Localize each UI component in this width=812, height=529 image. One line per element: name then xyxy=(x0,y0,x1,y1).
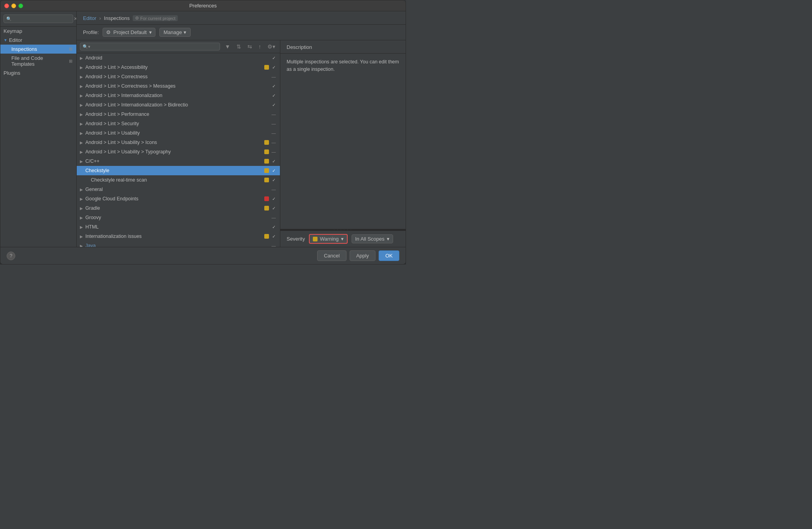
checkbox[interactable]: — xyxy=(271,243,277,247)
sidebar-item-editor[interactable]: ▼ Editor xyxy=(0,36,76,45)
table-row[interactable]: ▶ Android > Lint > Usability > Typograph… xyxy=(77,147,280,157)
inspection-list-panel: 🔍▾ ▼ ⇅ ⇆ ↑ ⚙▾ ▶ Android xyxy=(77,40,280,247)
inspection-label: Android > Lint > Usability > Typography xyxy=(85,149,264,155)
main-header: Editor › Inspections ⚙ For current proje… xyxy=(77,11,406,25)
table-row[interactable]: ▶ Google Cloud Endpoints ✓ xyxy=(77,194,280,203)
minimize-button[interactable] xyxy=(11,4,16,8)
table-row[interactable]: ▶ Android > Lint > Internationalization … xyxy=(77,91,280,100)
collapse-all-button[interactable]: ⇆ xyxy=(246,43,254,50)
inspection-label: Checkstyle real-time scan xyxy=(91,177,264,183)
sidebar-item-file-code-templates[interactable]: File and Code Templates ⊞ xyxy=(0,54,76,68)
settings-button[interactable]: ⚙▾ xyxy=(266,43,277,50)
table-row[interactable]: ▶ Groovy — xyxy=(77,213,280,222)
inspection-label: Groovy xyxy=(85,215,271,220)
table-row[interactable]: ▶ Android > Lint > Usability > Icons — xyxy=(77,138,280,147)
chevron-right-icon: ▶ xyxy=(80,75,85,79)
chevron-right-icon: ▶ xyxy=(80,140,85,145)
footer-right: Cancel Apply OK xyxy=(317,250,399,261)
checkbox[interactable]: ✓ xyxy=(271,177,277,183)
table-row[interactable]: ▶ General — xyxy=(77,185,280,194)
sidebar-item-plugins[interactable]: Plugins xyxy=(0,68,76,77)
table-row[interactable]: ▶ Android > Lint > Accessibility ✓ xyxy=(77,63,280,72)
table-row[interactable]: ▶ Android > Lint > Security — xyxy=(77,119,280,128)
severity-dot xyxy=(264,140,269,145)
chevron-right-icon: ▶ xyxy=(80,131,85,135)
checkbox[interactable]: — xyxy=(271,74,277,80)
copy-icon[interactable]: ⊞ xyxy=(69,59,72,64)
severity-color-dot xyxy=(313,237,318,241)
checkbox[interactable]: ✓ xyxy=(271,196,277,202)
inspection-search-input[interactable] xyxy=(92,44,217,49)
severity-dot xyxy=(264,168,269,173)
table-row[interactable]: ▶ Android > Lint > Correctness > Message… xyxy=(77,81,280,91)
checkbox[interactable]: ✓ xyxy=(271,83,277,89)
table-row[interactable]: ▶ HTML ✓ xyxy=(77,222,280,232)
table-row[interactable]: ▶ Android > Lint > Performance — xyxy=(77,110,280,119)
chevron-down-icon: ▾ xyxy=(387,236,390,242)
checkbox[interactable]: — xyxy=(271,121,277,127)
checkbox[interactable]: — xyxy=(271,214,277,221)
checkbox[interactable]: ✓ xyxy=(271,205,277,211)
manage-dropdown[interactable]: Manage ▾ xyxy=(159,28,191,37)
checkbox[interactable]: ✓ xyxy=(271,92,277,99)
checkbox[interactable]: — xyxy=(271,130,277,136)
help-button[interactable]: ? xyxy=(7,252,15,260)
table-row[interactable]: ▶ Android > Lint > Usability — xyxy=(77,128,280,138)
reset-button[interactable]: ↑ xyxy=(257,43,263,50)
severity-dot xyxy=(264,196,269,201)
sidebar-item-inspections[interactable]: Inspections ⊞ xyxy=(0,45,76,54)
split-panel: 🔍▾ ▼ ⇅ ⇆ ↑ ⚙▾ ▶ Android xyxy=(77,40,406,247)
sidebar-item-keymap[interactable]: Keymap xyxy=(0,27,76,36)
inspection-toolbar: 🔍▾ ▼ ⇅ ⇆ ↑ ⚙▾ xyxy=(77,40,280,53)
table-row[interactable]: ▶ Java — xyxy=(77,241,280,247)
maximize-button[interactable] xyxy=(18,4,23,8)
inspection-label: Android > Lint > Security xyxy=(85,121,271,126)
table-row[interactable]: ▶ Android > Lint > Correctness — xyxy=(77,72,280,81)
checkbox[interactable]: — xyxy=(271,149,277,155)
cancel-button[interactable]: Cancel xyxy=(317,250,346,261)
profile-dropdown[interactable]: ⚙ Project Default ▾ xyxy=(103,28,155,37)
table-row[interactable]: ▶ Android ✓ xyxy=(77,53,280,63)
chevron-right-icon: ▶ xyxy=(80,94,85,98)
table-row[interactable]: ▶ Android > Lint > Internationalization … xyxy=(77,100,280,110)
inspection-label: Android > Lint > Correctness > Messages xyxy=(85,83,271,89)
chevron-right-icon: ▶ xyxy=(80,234,85,239)
close-button[interactable] xyxy=(4,4,9,8)
table-row[interactable]: Checkstyle real-time scan ✓ xyxy=(77,175,280,185)
inspection-label: Android > Lint > Accessibility xyxy=(85,65,264,70)
checkbox[interactable]: — xyxy=(271,111,277,117)
inspection-list: ▶ Android ✓ ▶ Android > Lint > Accessibi… xyxy=(77,53,280,247)
checkbox[interactable]: — xyxy=(271,186,277,193)
checkbox[interactable]: ✓ xyxy=(271,64,277,70)
inspection-label: Android > Lint > Correctness xyxy=(85,74,271,79)
severity-dropdown[interactable]: Warning ▾ xyxy=(309,234,348,244)
table-row[interactable]: ▼ Checkstyle ✓ xyxy=(77,166,280,175)
table-row[interactable]: ▶ Gradle ✓ xyxy=(77,203,280,213)
checkbox[interactable]: — xyxy=(271,139,277,146)
table-row[interactable]: ▶ C/C++ ✓ xyxy=(77,157,280,166)
severity-dot xyxy=(264,149,269,154)
apply-button[interactable]: Apply xyxy=(350,250,376,261)
checkbox[interactable]: ✓ xyxy=(271,224,277,230)
filter-button[interactable]: ▼ xyxy=(223,43,232,50)
checkbox[interactable]: ✓ xyxy=(271,102,277,108)
checkbox[interactable]: ✓ xyxy=(271,233,277,239)
manage-label: Manage xyxy=(164,29,182,35)
sidebar-item-label: File and Code Templates xyxy=(11,55,67,67)
sidebar-search-input[interactable]: inspections xyxy=(13,16,72,22)
table-row[interactable]: ▶ Internationalization issues ✓ xyxy=(77,232,280,241)
severity-value: Warning xyxy=(320,236,339,242)
checkbox[interactable]: ✓ xyxy=(271,55,277,61)
profile-bar: Profile: ⚙ Project Default ▾ Manage ▾ xyxy=(77,25,406,40)
expand-all-button[interactable]: ⇅ xyxy=(235,43,243,50)
checkbox[interactable]: ✓ xyxy=(271,167,277,174)
ok-button[interactable]: OK xyxy=(379,250,399,261)
checkbox[interactable]: ✓ xyxy=(271,158,277,164)
sidebar-search-clear-icon[interactable]: ✕ xyxy=(74,16,77,22)
description-body: Multiple inspections are selected. You c… xyxy=(280,54,406,229)
scope-value: In All Scopes xyxy=(355,236,384,242)
breadcrumb-parent[interactable]: Editor xyxy=(83,15,96,21)
chevron-right-icon: ▶ xyxy=(80,187,85,192)
copy-icon[interactable]: ⊞ xyxy=(69,47,72,52)
scope-dropdown[interactable]: In All Scopes ▾ xyxy=(352,234,393,243)
